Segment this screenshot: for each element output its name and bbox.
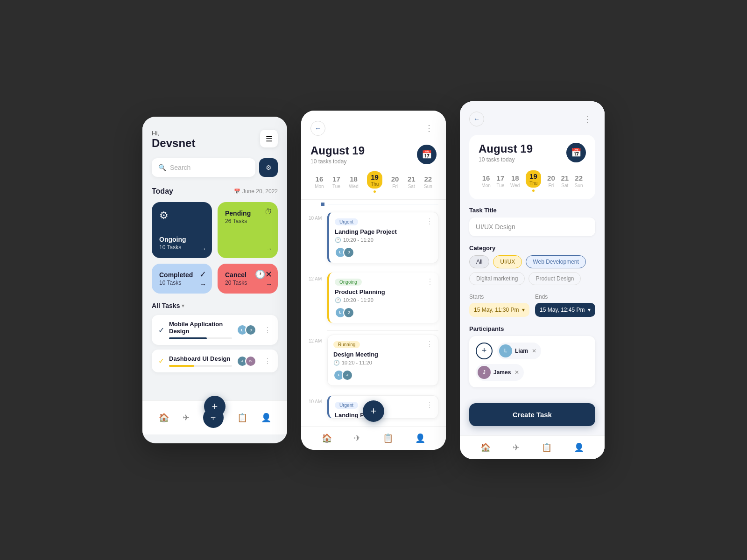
s3-day-22[interactable]: 22 Sun <box>575 174 583 188</box>
s2-calendar-button[interactable]: 📅 <box>417 145 437 164</box>
fab-add-button[interactable]: + <box>204 396 226 417</box>
task-info-1: Mobile Application Design <box>169 321 232 339</box>
create-task-button[interactable]: Create Task <box>469 403 595 426</box>
s3-more-button[interactable]: ⋮ <box>580 112 595 126</box>
time-line-1: Urgent Landing Page Project 🕐 10:20 - 11… <box>327 212 438 267</box>
day-18[interactable]: 18 Wed <box>349 175 358 189</box>
s3-day-19-active[interactable]: 19 Thu <box>526 170 541 192</box>
nav-home-icon[interactable]: 🏠 <box>159 413 169 423</box>
nav-send-icon[interactable]: ✈ <box>183 413 190 423</box>
event-more-1[interactable]: ⋮ <box>426 217 433 226</box>
filter-button[interactable]: ⚙ <box>259 158 278 177</box>
task-title-input[interactable]: UI/UX Design <box>469 217 595 236</box>
liam-remove[interactable]: ✕ <box>532 348 536 354</box>
cat-ui-tag[interactable]: UI/UX <box>493 255 522 268</box>
username: Devsnet <box>152 137 195 150</box>
s3-top: ← ⋮ August 19 10 tasks today 📅 <box>460 101 605 199</box>
s2-back-button[interactable]: ← <box>310 121 325 136</box>
day-22[interactable]: 22 Sun <box>424 175 432 189</box>
s3-day-num-17: 17 <box>497 174 505 182</box>
nav-profile-icon[interactable]: 👤 <box>261 413 271 423</box>
s3-day-17[interactable]: 17 Tue <box>496 174 504 188</box>
s3-date-strip: 16 Mon 17 Tue 18 Wed 19 Thu <box>479 166 586 192</box>
ends-picker[interactable]: 15 May, 12:45 Pm ▾ <box>535 303 595 317</box>
cat-all-tag[interactable]: All <box>469 255 489 268</box>
day-num-18: 18 <box>350 175 358 183</box>
avatar-4: K <box>245 356 256 367</box>
s3-nav-profile-icon[interactable]: 👤 <box>574 442 584 453</box>
divider-line-1 <box>327 330 438 331</box>
pending-card[interactable]: ⏱ Pending 26 Tasks → <box>218 202 278 258</box>
day-19-active[interactable]: 19 Thu <box>367 171 382 193</box>
s3-nav-send-icon[interactable]: ✈ <box>513 442 520 453</box>
nav-tasks-icon[interactable]: 📋 <box>237 413 247 423</box>
menu-icon: ☰ <box>266 134 272 143</box>
event-avatars-1: L J <box>335 247 432 258</box>
s3-day-20[interactable]: 20 Fri <box>547 174 555 188</box>
timeline-2: 10 AM Urgent Landing Page Project 🕐 10:2… <box>301 210 446 426</box>
participant-james: J James ✕ <box>476 364 524 381</box>
add-participant-button[interactable]: + <box>476 343 493 359</box>
task-more-2[interactable]: ⋮ <box>264 357 271 365</box>
s3-day-16[interactable]: 16 Mon <box>481 174 490 188</box>
task-item-1[interactable]: ✓ Mobile Application Design L J ⋮ <box>152 315 278 345</box>
s2-nav-profile-icon[interactable]: 👤 <box>415 433 425 443</box>
s3-back-button[interactable]: ← <box>469 112 484 126</box>
cat-dm-tag[interactable]: Digital marketing <box>469 272 525 285</box>
event-more-4[interactable]: ⋮ <box>426 400 433 409</box>
today-date: 📅 June 20, 2022 <box>234 188 278 195</box>
cat-pd-tag[interactable]: Product Design <box>529 272 581 285</box>
s3-nav-tasks-icon[interactable]: 📋 <box>542 442 552 453</box>
day-20[interactable]: 20 Fri <box>391 175 399 189</box>
task-title-label: Task Title <box>469 207 595 214</box>
day-21[interactable]: 21 Sat <box>408 175 416 189</box>
day-num-19: 19 <box>371 173 379 181</box>
task-progress-bar-2 <box>169 365 232 367</box>
s2-fab-add-button[interactable]: + <box>363 400 384 422</box>
s2-top: ← ⋮ August 19 10 tasks today 📅 <box>301 111 446 165</box>
greeting-text: Hi, <box>152 130 195 137</box>
s2-nav-send-icon[interactable]: ✈ <box>354 433 361 443</box>
day-17[interactable]: 17 Tue <box>332 175 340 189</box>
james-remove[interactable]: ✕ <box>514 369 519 376</box>
search-box[interactable]: 🔍 Search <box>152 158 255 177</box>
event-product-planning[interactable]: Ongoing Product Planning 🕐 10:20 - 11:20… <box>327 273 438 323</box>
ongoing-card[interactable]: ⚙ Ongoing 10 Tasks → <box>152 202 212 258</box>
event-design-meeting[interactable]: Running Design Meeting 🕐 10:20 - 11:20 ⋮… <box>327 335 438 386</box>
dates-section: Starts 15 May, 11:30 Pm ▾ Ends 15 May, 1… <box>469 294 595 317</box>
cat-web-tag[interactable]: Web Development <box>526 255 586 268</box>
s2-more-button[interactable]: ⋮ <box>422 121 437 136</box>
event-title-2: Product Planning <box>335 288 433 295</box>
s2-nav-home-icon[interactable]: 🏠 <box>322 433 332 443</box>
screen-1: Hi, Devsnet ☰ 🔍 Search ⚙ Today 📅 June 20… <box>142 117 287 443</box>
s2-nav-tasks-icon[interactable]: 📋 <box>383 433 393 443</box>
event-landing-page[interactable]: Urgent Landing Page Project 🕐 10:20 - 11… <box>327 212 438 263</box>
time-label-12am-2: 12 AM <box>309 338 323 343</box>
task-item-2[interactable]: ✓ Dashboard UI Design J K ⋮ <box>152 350 278 372</box>
s3-day-label-16: Mon <box>481 183 490 188</box>
event-more-2[interactable]: ⋮ <box>426 277 434 286</box>
s3-nav-home-icon[interactable]: 🏠 <box>480 442 491 453</box>
event-avatar-2b: J <box>343 307 354 318</box>
starts-picker[interactable]: 15 May, 11:30 Pm ▾ <box>469 303 529 317</box>
task-check-icon-1: ✓ <box>158 326 164 335</box>
completed-card[interactable]: Completed 10 Tasks → ✓ <box>152 264 212 294</box>
menu-button[interactable]: ☰ <box>260 130 278 147</box>
category-tags: All UI/UX Web Development Digital market… <box>469 255 595 285</box>
time-label-10am-2: 10 AM <box>309 399 323 404</box>
s3-day-num-20: 20 <box>547 174 555 182</box>
all-tasks-header[interactable]: All Tasks ▾ <box>152 302 278 309</box>
participants-section: Participants + L Liam ✕ J James ✕ <box>469 325 595 387</box>
back-arrow-icon: ← <box>315 125 321 132</box>
event-more-3[interactable]: ⋮ <box>426 340 433 349</box>
day-16[interactable]: 16 Mon <box>315 175 324 189</box>
james-avatar: J <box>478 366 491 379</box>
day-label-22: Sun <box>424 184 432 189</box>
s3-day-18[interactable]: 18 Wed <box>510 174 520 188</box>
cancel-card[interactable]: 🕐✕ Cancel 20 Tasks → <box>218 264 278 294</box>
participants-box: + L Liam ✕ J James ✕ <box>469 336 595 387</box>
s3-calendar-button[interactable]: 📅 <box>566 143 586 162</box>
s3-day-21[interactable]: 21 Sat <box>561 174 569 188</box>
task-progress-fill-1 <box>169 337 207 339</box>
task-more-1[interactable]: ⋮ <box>264 326 271 335</box>
